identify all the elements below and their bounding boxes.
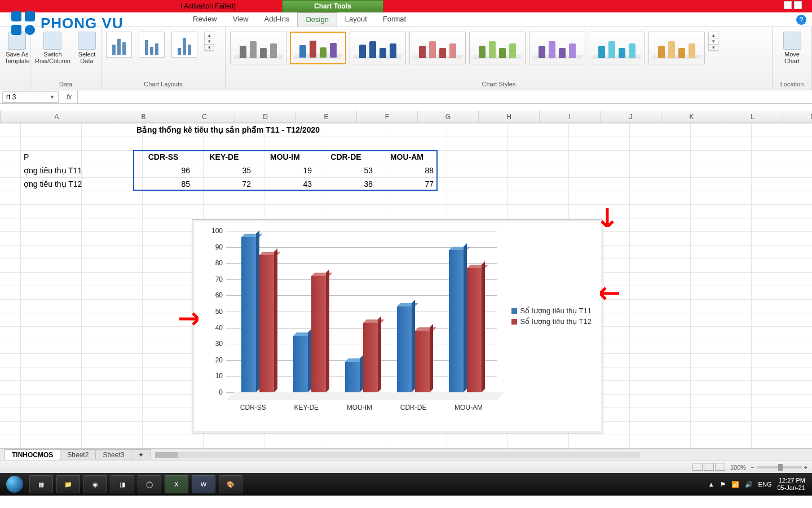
taskbar-app-explorer[interactable]: 📁 [56,475,80,493]
col-G[interactable]: G [418,111,479,122]
fx-label[interactable]: fx [61,93,77,101]
col-L[interactable]: L [722,111,783,122]
bar-group[interactable] [293,276,326,392]
tray-clock[interactable]: 12:27 PM 05-Jan-21 [777,477,805,492]
chart-style-8[interactable] [648,32,705,64]
annotation-arrow-top [601,208,614,227]
col-D[interactable]: D [235,111,296,122]
clock-time: 12:27 PM [777,477,805,484]
tray-volume-icon[interactable]: 🔊 [745,481,753,488]
tab-addins[interactable]: Add-Ins [257,12,298,27]
maximize-button[interactable] [794,1,802,9]
chart-layout-1[interactable] [106,32,132,58]
y-tick: 70 [215,275,223,283]
tab-layout[interactable]: Layout [337,12,375,27]
taskbar-app-word[interactable]: W [192,475,215,493]
save-as-template-button[interactable]: Save As Template [5,32,30,64]
taskbar-app-1[interactable]: ▦ [29,475,53,493]
tab-format[interactable]: Format [375,12,414,27]
tab-review[interactable]: Review [185,12,225,27]
chart-floor [226,392,505,400]
legend-item-s2[interactable]: Số lượng tiêu thụ T12 [511,317,592,326]
taskbar-app-chrome[interactable]: ◯ [138,475,161,493]
chart-style-7[interactable] [589,32,645,64]
taskbar-app-paint[interactable]: 🎨 [219,475,242,493]
chart-style-2[interactable] [290,32,346,64]
chart-style-4[interactable] [409,32,466,64]
bar-group[interactable] [397,306,430,392]
bar-t12[interactable] [467,268,482,392]
horizontal-scrollbar[interactable] [155,452,640,458]
col-I[interactable]: I [540,111,601,122]
bar-t12[interactable] [363,323,378,392]
bar-group[interactable] [345,323,378,392]
sheet-tab-new[interactable]: ✦ [131,449,151,460]
taskbar-app-3[interactable]: ◨ [111,475,134,493]
sheet-tab-1[interactable]: TINHOCMOS [5,449,60,460]
chart-legend[interactable]: Số lượng tiêu thụ T11 Số lượng tiêu thụ … [511,304,592,328]
bar-t11[interactable] [345,362,360,392]
col-K[interactable]: K [661,111,722,122]
bar-group[interactable] [449,250,482,392]
tray-up-icon[interactable]: ▲ [708,481,714,488]
system-tray: ▲ ⚑ 📶 🔊 ENG 12:27 PM 05-Jan-21 [708,477,809,492]
zoom-in-icon[interactable]: + [804,464,807,471]
chart-style-more[interactable]: ▴▾▾ [708,32,718,51]
tab-view[interactable]: View [225,12,257,27]
bar-t11[interactable] [397,306,412,392]
col-J[interactable]: J [601,111,661,122]
name-box[interactable]: rt 3▼ [2,91,59,103]
col-F[interactable]: F [357,111,418,122]
col-M[interactable]: M [783,111,812,122]
y-tick: 80 [215,259,223,267]
tray-network-icon[interactable]: 📶 [731,481,739,488]
y-tick: 100 [211,227,223,235]
scrollbar-thumb[interactable] [155,452,178,458]
chart-layout-2[interactable] [139,32,165,58]
bar-t12[interactable] [415,331,430,392]
bar-t11[interactable] [293,336,308,392]
col-C[interactable]: C [174,111,235,122]
move-chart-icon [783,32,801,50]
legend-item-s1[interactable]: Số lượng tiêu thụ T11 [511,306,592,315]
worksheet-area[interactable]: Bảng thống kê tiêu thụ sản phẩm T11 - T1… [0,123,812,448]
view-buttons[interactable] [692,463,726,472]
tab-design[interactable]: Design [297,12,337,27]
sheet-tab-3[interactable]: Sheet3 [95,449,131,460]
bar-group[interactable] [241,237,274,392]
bar-t12[interactable] [259,255,274,392]
tray-language[interactable]: ENG [758,481,772,488]
save-as-template-label: Save As Template [5,51,30,64]
col-H[interactable]: H [479,111,540,122]
chart-style-3[interactable] [350,32,406,64]
clock-date: 05-Jan-21 [777,484,805,492]
col-B[interactable]: B [113,111,174,122]
start-button[interactable] [3,473,26,496]
sheet-tab-2[interactable]: Sheet2 [60,449,96,460]
formula-input[interactable] [77,90,812,103]
chart-style-6[interactable] [529,32,585,64]
chart-plot-area[interactable]: 0102030405060708090100 [226,231,497,400]
zoom-slider[interactable]: −+ [751,464,807,471]
help-icon[interactable]: ? [796,15,806,25]
tray-flag-icon[interactable]: ⚑ [720,481,726,488]
bar-t12[interactable] [311,276,326,392]
embedded-chart[interactable]: 0102030405060708090100 CDR-SSKEY-DEMOU-I… [192,219,603,433]
taskbar-app-excel[interactable]: X [165,475,188,493]
select-data-button[interactable]: Select Data [77,32,96,64]
zoom-out-icon[interactable]: − [751,464,754,471]
bar-t11[interactable] [241,237,256,392]
chart-style-5[interactable] [469,32,526,64]
x-label: KEY-DE [294,404,319,411]
col-E[interactable]: E [296,111,357,122]
chart-layout-more[interactable]: ▴▾▾ [204,32,214,51]
chart-layout-3[interactable] [171,32,197,58]
move-chart-button[interactable]: Move Chart [777,32,807,64]
minimize-button[interactable] [784,1,792,9]
chevron-down-icon[interactable]: ▼ [50,94,55,100]
switch-row-column-button[interactable]: Switch Row/Column [35,32,70,64]
taskbar-app-2[interactable]: ◉ [83,475,107,493]
bar-t11[interactable] [449,250,464,392]
chart-style-1[interactable] [230,32,286,64]
col-A[interactable]: A [1,111,113,122]
